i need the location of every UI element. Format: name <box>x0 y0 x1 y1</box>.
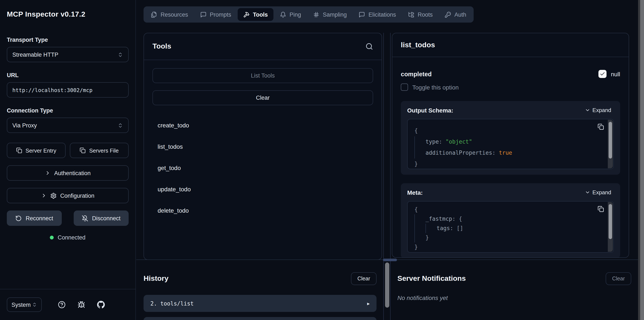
tool-item-delete_todo[interactable]: delete_todo <box>152 202 373 219</box>
tab-prompts[interactable]: Prompts <box>194 8 237 21</box>
code-line: { <box>408 125 613 136</box>
servers-file-button[interactable]: Servers File <box>70 143 129 158</box>
code-line: } <box>408 233 613 242</box>
tab-label: Roots <box>418 11 433 18</box>
meta-scrollbar[interactable] <box>608 202 613 252</box>
status-dot <box>50 236 54 239</box>
tool-list: create_todolist_todosget_todoupdate_todo… <box>152 117 373 219</box>
main-scrollbar-track <box>383 33 390 320</box>
chevrons-up-down-icon <box>118 123 123 128</box>
url-input[interactable]: http://localhost:3002/mcp <box>7 82 129 98</box>
param-row-completed: completed null <box>401 70 620 78</box>
history-list: 2. tools/list▶1. initialize▶ <box>144 295 376 320</box>
output-schema-scrollbar[interactable] <box>608 120 613 168</box>
tab-roots[interactable]: Roots <box>402 8 438 21</box>
tab-sampling[interactable]: Sampling <box>308 8 352 21</box>
tab-label: Resources <box>160 11 188 18</box>
transport-type-label: Transport Type <box>7 37 129 43</box>
disconnect-button[interactable]: Disconnect <box>74 210 129 226</box>
connection-buttons-row: Reconnect Disconnect <box>7 210 129 226</box>
server-entry-button[interactable]: Server Entry <box>7 143 66 158</box>
output-schema-section: Output Schema: Expand {type: "object"add… <box>401 101 620 175</box>
list-tools-button[interactable]: List Tools <box>152 68 373 83</box>
code-line: _fastmcp: { <box>408 214 613 224</box>
server-notifications-header: Server Notifications Clear <box>398 268 631 289</box>
help-button[interactable] <box>58 301 66 308</box>
tool-item-list_todos[interactable]: list_todos <box>152 138 373 155</box>
tab-bar: ResourcesPromptsToolsPingSamplingElicita… <box>144 7 474 23</box>
chevron-right-icon <box>45 170 51 176</box>
tab-resources[interactable]: Resources <box>145 8 194 21</box>
tool-item-get_todo[interactable]: get_todo <box>152 159 373 176</box>
meta-section: Meta: Expand {_fastmcp: {tags: []}} <box>401 183 620 258</box>
sidebar-footer: System <box>0 289 136 320</box>
search-icon <box>366 43 373 50</box>
authentication-button[interactable]: Authentication <box>7 165 129 181</box>
url-label: URL <box>7 72 129 78</box>
transport-type-value: Streamable HTTP <box>12 51 58 58</box>
code-line: type: "object" <box>408 136 613 147</box>
tab-label: Auth <box>454 11 466 18</box>
pane-resize-handle[interactable] <box>383 259 397 261</box>
main-scrollbar-thumb[interactable] <box>385 262 389 308</box>
tab-label: Ping <box>290 11 301 18</box>
copy-output-schema-button[interactable] <box>598 124 604 130</box>
entry-buttons-row: Server Entry Servers File <box>7 143 129 158</box>
null-checkbox[interactable] <box>598 70 606 78</box>
output-schema-expand-button[interactable]: Expand <box>582 107 614 114</box>
history-item[interactable]: 1. initialize▶ <box>144 317 376 320</box>
tab-elicitations[interactable]: Elicitations <box>353 8 402 21</box>
meta-expand-button[interactable]: Expand <box>582 189 614 196</box>
history-panel: History Clear 2. tools/list▶1. initializ… <box>144 260 376 320</box>
footer-icons <box>58 301 105 308</box>
tool-detail-header: list_todos <box>392 33 629 57</box>
connection-status: Connected <box>7 234 129 241</box>
github-icon <box>97 301 105 308</box>
tool-item-update_todo[interactable]: update_todo <box>152 181 373 198</box>
output-schema-code-block: {type: "object"additionalProperties: tru… <box>407 119 614 169</box>
window-scrollbar-thumb[interactable] <box>640 0 644 320</box>
tab-ping[interactable]: Ping <box>274 8 307 21</box>
gear-icon <box>50 192 57 199</box>
chevrons-up-down-icon <box>118 52 123 57</box>
output-schema-code: {type: "object"additionalProperties: tru… <box>408 125 613 169</box>
chevron-down-icon <box>585 190 590 195</box>
tab-label: Sampling <box>323 11 347 18</box>
tools-panel-body: List Tools Clear create_todolist_todosge… <box>144 60 382 227</box>
chevron-down-icon <box>585 107 590 113</box>
clear-history-button[interactable]: Clear <box>351 272 376 285</box>
sidebar: MCP Inspector v0.17.2 Transport Type Str… <box>0 0 136 320</box>
connection-type-value: Via Proxy <box>12 122 37 128</box>
help-circle-icon <box>58 301 66 308</box>
copy-meta-button[interactable] <box>598 206 604 212</box>
null-label: null <box>611 71 620 77</box>
code-line: } <box>408 242 613 252</box>
tool-item-create_todo[interactable]: create_todo <box>152 117 373 134</box>
clear-notifications-button[interactable]: Clear <box>606 272 631 285</box>
check-icon <box>600 71 605 77</box>
search-tools-button[interactable] <box>366 43 373 50</box>
github-button[interactable] <box>97 301 105 308</box>
tab-tools[interactable]: Tools <box>238 8 274 21</box>
history-title: History <box>144 274 168 283</box>
history-item[interactable]: 2. tools/list▶ <box>144 295 376 312</box>
tab-auth[interactable]: Auth <box>439 8 472 21</box>
toggle-option-label: Toggle this option <box>412 84 459 91</box>
reconnect-button[interactable]: Reconnect <box>7 210 62 226</box>
meta-title: Meta: <box>407 189 423 196</box>
chevron-right-icon <box>41 193 47 199</box>
history-item-label: 2. tools/list <box>150 300 194 306</box>
bug-report-button[interactable] <box>78 301 85 308</box>
configuration-button[interactable]: Configuration <box>7 188 129 203</box>
theme-select[interactable]: System <box>7 297 42 312</box>
theme-value: System <box>12 301 31 308</box>
connection-type-select[interactable]: Via Proxy <box>7 118 129 133</box>
transport-type-select[interactable]: Streamable HTTP <box>7 47 129 62</box>
clear-tools-button[interactable]: Clear <box>152 90 373 105</box>
param-name: completed <box>401 71 432 77</box>
app-title: MCP Inspector v0.17.2 <box>7 10 129 19</box>
toggle-option-checkbox[interactable] <box>401 84 408 91</box>
bug-icon <box>78 301 85 308</box>
toggle-option-row: Toggle this option <box>401 84 620 91</box>
copy-icon <box>16 147 22 153</box>
